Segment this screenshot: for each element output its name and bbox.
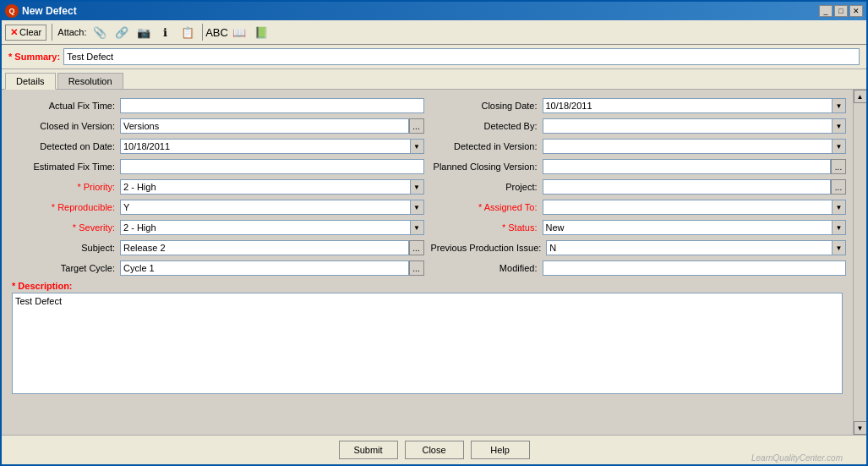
prev-prod-issue-wrap: ▼ bbox=[546, 240, 846, 255]
modified-input[interactable] bbox=[543, 260, 847, 276]
tab-details[interactable]: Details bbox=[5, 73, 56, 90]
closing-date-arrow[interactable]: ▼ bbox=[833, 98, 846, 113]
restore-button[interactable]: □ bbox=[834, 5, 848, 17]
detected-in-version-arrow[interactable]: ▼ bbox=[833, 139, 846, 154]
project-browse[interactable]: ... bbox=[831, 179, 846, 195]
detected-on-date-input[interactable] bbox=[120, 139, 411, 154]
subject-label: Subject: bbox=[8, 243, 118, 253]
reproducible-input[interactable] bbox=[120, 200, 411, 215]
closed-in-version-wrap: ... bbox=[120, 118, 424, 134]
assigned-to-row: * Assigned To: ▼ bbox=[431, 198, 847, 217]
reproducible-row: * Reproducible: ▼ bbox=[8, 198, 424, 217]
subject-wrap: ... bbox=[120, 240, 424, 255]
prev-prod-issue-input[interactable] bbox=[546, 240, 833, 255]
priority-wrap: ▼ bbox=[120, 179, 424, 195]
estimated-fix-time-input[interactable] bbox=[120, 159, 424, 174]
closing-date-input[interactable] bbox=[543, 98, 833, 113]
severity-label: * Severity: bbox=[8, 222, 118, 233]
closed-in-version-browse[interactable]: ... bbox=[409, 118, 424, 134]
project-row: Project: ... bbox=[431, 178, 847, 196]
subject-input[interactable] bbox=[120, 240, 409, 255]
closing-date-label: Closing Date: bbox=[431, 101, 541, 111]
priority-arrow[interactable]: ▼ bbox=[411, 179, 424, 195]
planned-closing-version-input[interactable] bbox=[543, 159, 832, 174]
window-title: New Defect bbox=[22, 5, 77, 17]
scroll-up-button[interactable]: ▲ bbox=[854, 90, 867, 103]
subject-browse[interactable]: ... bbox=[409, 240, 424, 255]
detected-in-version-label: Detected in Version: bbox=[431, 141, 541, 151]
target-cycle-row: Target Cycle: ... bbox=[8, 259, 424, 277]
priority-label: * Priority: bbox=[8, 182, 118, 192]
severity-input[interactable] bbox=[120, 220, 411, 235]
detected-by-row: Detected By: ▼ bbox=[431, 117, 847, 135]
status-input[interactable] bbox=[543, 220, 833, 235]
detected-by-label: Detected By: bbox=[431, 121, 541, 131]
description-section: * Description: Test Defect bbox=[5, 277, 849, 399]
content-area: Actual Fix Time: Closed in Version: ... bbox=[2, 90, 866, 464]
project-label: Project: bbox=[431, 182, 541, 192]
detected-in-version-row: Detected in Version: ▼ bbox=[431, 137, 847, 156]
spell-icon-btn[interactable]: ABC bbox=[208, 23, 227, 41]
planned-closing-version-row: Planned Closing Version: ... bbox=[431, 157, 847, 176]
detected-by-input[interactable] bbox=[543, 118, 833, 134]
assigned-to-arrow[interactable]: ▼ bbox=[833, 200, 846, 215]
book1-icon-btn[interactable]: 📖 bbox=[230, 23, 248, 41]
reproducible-arrow[interactable]: ▼ bbox=[411, 200, 424, 215]
closed-in-version-input[interactable] bbox=[120, 118, 409, 134]
right-column: Closing Date: ▼ Detected By: ▼ bbox=[428, 96, 850, 277]
form-panel: Actual Fix Time: Closed in Version: ... bbox=[2, 90, 866, 435]
scroll-down-button[interactable]: ▼ bbox=[854, 421, 867, 435]
assigned-to-input[interactable] bbox=[543, 200, 833, 215]
minimize-button[interactable]: _ bbox=[819, 5, 833, 17]
status-row: * Status: ▼ bbox=[431, 218, 847, 237]
reproducible-label: * Reproducible: bbox=[8, 202, 118, 212]
camera-icon-btn[interactable]: 📷 bbox=[134, 23, 153, 41]
help-button[interactable]: Help bbox=[471, 441, 530, 459]
planned-closing-version-browse[interactable]: ... bbox=[831, 159, 846, 174]
scroll-track[interactable] bbox=[854, 103, 866, 421]
info-icon-btn[interactable]: ℹ bbox=[156, 23, 175, 41]
summary-input[interactable] bbox=[63, 48, 860, 65]
detected-by-arrow[interactable]: ▼ bbox=[833, 118, 846, 134]
closing-date-row: Closing Date: ▼ bbox=[431, 96, 847, 115]
subject-row: Subject: ... bbox=[8, 238, 424, 257]
modified-row: Modified: bbox=[431, 259, 847, 277]
description-textarea[interactable]: Test Defect bbox=[12, 293, 843, 394]
bottom-buttons: Submit Close Help LearnQualityCenter.com bbox=[2, 435, 866, 464]
close-button[interactable]: ✕ bbox=[849, 5, 863, 17]
prev-prod-issue-row: Previous Production Issue: ▼ bbox=[431, 238, 847, 257]
toolbar: ✕ Clear Attach: 📎 🔗 📷 ℹ 📋 ABC 📖 📗 bbox=[2, 20, 866, 45]
target-cycle-browse[interactable]: ... bbox=[409, 260, 424, 276]
book2-icon-btn[interactable]: 📗 bbox=[252, 23, 270, 41]
clear-x-icon: ✕ bbox=[10, 27, 18, 38]
clear-button[interactable]: ✕ Clear bbox=[5, 25, 46, 41]
submit-button[interactable]: Submit bbox=[339, 441, 398, 459]
scrollbar: ▲ ▼ bbox=[853, 90, 866, 435]
tab-resolution[interactable]: Resolution bbox=[57, 73, 123, 89]
priority-input[interactable] bbox=[120, 179, 411, 195]
status-wrap: ▼ bbox=[543, 220, 847, 235]
title-bar: Q New Defect _ □ ✕ bbox=[2, 2, 866, 20]
actual-fix-time-input[interactable] bbox=[120, 98, 424, 113]
status-arrow[interactable]: ▼ bbox=[833, 220, 846, 235]
link-icon-btn[interactable]: 🔗 bbox=[112, 23, 131, 41]
close-button[interactable]: Close bbox=[405, 441, 464, 459]
severity-arrow[interactable]: ▼ bbox=[411, 220, 424, 235]
detected-in-version-input[interactable] bbox=[543, 139, 833, 154]
summary-label: * Summary: bbox=[8, 52, 60, 62]
detected-on-date-arrow[interactable]: ▼ bbox=[411, 139, 424, 154]
status-label: * Status: bbox=[431, 222, 541, 233]
estimated-fix-time-label: Estimated Fix Time: bbox=[8, 162, 118, 172]
prev-prod-issue-label: Previous Production Issue: bbox=[431, 243, 545, 253]
severity-row: * Severity: ▼ bbox=[8, 218, 424, 237]
clear-label: Clear bbox=[19, 27, 41, 37]
target-cycle-input[interactable] bbox=[120, 260, 409, 276]
clipboard-icon-btn[interactable]: 📋 bbox=[178, 23, 197, 41]
project-wrap: ... bbox=[543, 179, 847, 195]
prev-prod-issue-arrow[interactable]: ▼ bbox=[833, 240, 846, 255]
toolbar-separator-2 bbox=[202, 24, 203, 41]
detected-on-date-label: Detected on Date: bbox=[8, 141, 118, 151]
project-input[interactable] bbox=[543, 179, 832, 195]
paperclip-icon-btn[interactable]: 📎 bbox=[90, 23, 109, 41]
summary-bar: * Summary: bbox=[2, 45, 866, 69]
